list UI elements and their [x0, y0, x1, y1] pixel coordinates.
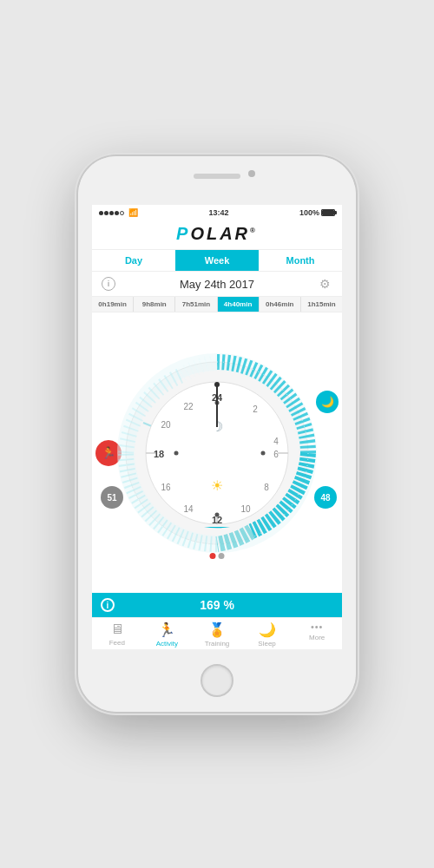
strip-2: 7h51min: [175, 297, 217, 312]
app-header: POLAR®: [92, 220, 342, 250]
activity-label: Activity: [156, 640, 178, 648]
progress-value: 169 %: [200, 598, 234, 612]
battery-fill: [322, 210, 334, 215]
svg-text:10: 10: [240, 504, 251, 514]
teal-badge-value: 48: [320, 493, 330, 503]
svg-point-19: [174, 450, 179, 455]
sleep-icon: 🌙: [259, 621, 276, 638]
svg-text:4: 4: [273, 437, 279, 446]
strip-5: 1h15min: [301, 297, 342, 312]
dots-indicator: [210, 553, 225, 559]
tab-day[interactable]: Day: [92, 250, 175, 271]
svg-text:14: 14: [183, 504, 194, 514]
info-button[interactable]: i: [101, 276, 116, 292]
signal-dot-5: [120, 211, 124, 215]
polar-logo: POLAR®: [176, 224, 258, 244]
phone-screen: 📶 13:42 100% POLAR® Day Week Month: [92, 205, 342, 649]
training-label: Training: [205, 640, 230, 648]
gear-icon: ⚙: [319, 277, 331, 291]
strip-0: 0h19min: [92, 297, 134, 312]
bottom-nav: 🖥 Feed 🏃 Activity 🏅 Training 🌙 Sleep •••…: [92, 617, 342, 649]
signal-dot-4: [115, 211, 119, 215]
wifi-icon: 📶: [128, 208, 138, 217]
svg-text:8: 8: [264, 483, 269, 492]
signal-dot-2: [104, 211, 108, 215]
battery-icon: [321, 209, 335, 216]
phone-frame: 📶 13:42 100% POLAR® Day Week Month: [78, 156, 356, 712]
dot-red: [210, 553, 216, 559]
svg-point-20: [261, 450, 266, 455]
teal-badge: 48: [314, 486, 337, 509]
clock-svg: // Will be generated by JS below 24 2: [117, 353, 317, 553]
svg-point-26: [214, 382, 220, 387]
date-bar: i May 24th 2017 ⚙: [92, 272, 342, 297]
tab-bar: Day Week Month: [92, 250, 342, 272]
strip-3: 4h40min: [218, 297, 260, 312]
clock-area: 🏃 🌙 51 48: [92, 312, 342, 593]
sleep-label: Sleep: [258, 640, 275, 648]
dot-gray: [219, 553, 225, 559]
signal-dot-1: [99, 211, 103, 215]
svg-text:18: 18: [154, 449, 164, 459]
svg-text:2: 2: [253, 404, 258, 414]
nav-more[interactable]: ••• More: [292, 621, 342, 648]
battery-label: 100%: [299, 208, 319, 217]
svg-text:16: 16: [161, 483, 171, 492]
nav-activity[interactable]: 🏃 Activity: [142, 621, 193, 648]
status-bar: 📶 13:42 100%: [92, 205, 342, 220]
signal-dot-3: [109, 211, 114, 215]
more-label: More: [309, 634, 325, 641]
svg-text:☀: ☀: [211, 478, 223, 493]
progress-bar: i 169 %: [92, 593, 342, 617]
tab-week[interactable]: Week: [175, 250, 259, 271]
svg-text:6: 6: [273, 450, 279, 459]
more-icon: •••: [311, 621, 324, 632]
settings-button[interactable]: ⚙: [318, 276, 333, 292]
svg-text:22: 22: [183, 402, 194, 411]
sleep-badge: 🌙: [316, 391, 339, 413]
nav-sleep[interactable]: 🌙 Sleep: [242, 621, 293, 648]
strip-4: 0h46min: [260, 297, 301, 312]
phone-top: [78, 156, 356, 205]
signal-dots: [99, 211, 124, 215]
gray-badge-value: 51: [107, 493, 116, 503]
progress-info-icon: i: [101, 598, 115, 612]
home-button[interactable]: [201, 664, 233, 697]
status-left: 📶: [99, 208, 138, 217]
svg-point-22: [215, 512, 220, 516]
battery: 100%: [299, 208, 335, 217]
activity-icon: 🏃: [158, 621, 175, 638]
tab-month[interactable]: Month: [259, 250, 342, 271]
nav-feed[interactable]: 🖥 Feed: [92, 621, 142, 648]
phone-bottom: [78, 649, 356, 712]
svg-text:20: 20: [161, 420, 171, 430]
nav-training[interactable]: 🏅 Training: [192, 621, 242, 648]
info-icon: i: [107, 601, 109, 610]
activity-strips: 0h19min 9h8min 7h51min 4h40min 0h46min 1…: [92, 297, 342, 312]
camera: [248, 170, 255, 177]
feed-icon: 🖥: [110, 621, 124, 637]
feed-label: Feed: [109, 639, 125, 647]
date-label: May 24th 2017: [180, 278, 254, 291]
strip-1: 9h8min: [134, 297, 175, 312]
status-time: 13:42: [208, 208, 228, 217]
clock-svg-container: // Will be generated by JS below 24 2: [117, 353, 317, 553]
speaker: [194, 174, 240, 179]
training-icon: 🏅: [208, 621, 226, 638]
